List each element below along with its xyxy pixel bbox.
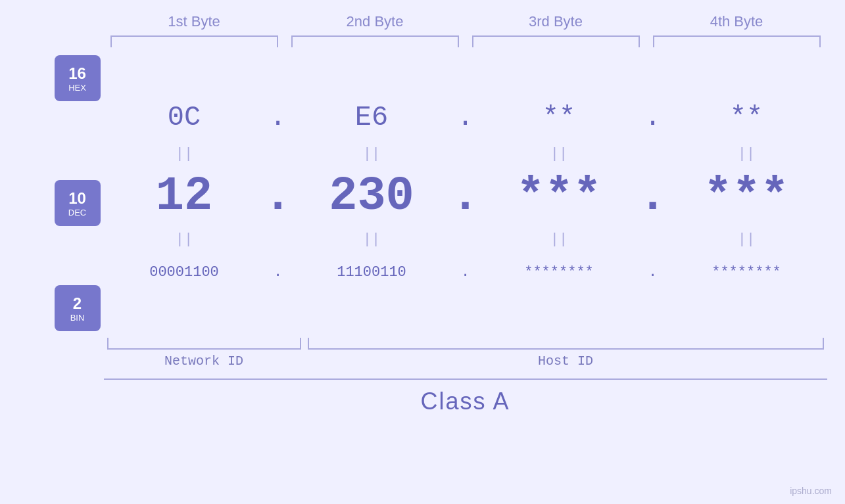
eq1-b4: || xyxy=(666,144,827,164)
bin-dot3: . xyxy=(640,249,666,295)
bin-b1: 00001100 xyxy=(104,249,265,295)
badge-hex-number: 16 xyxy=(68,64,86,83)
bin-dot2: . xyxy=(452,249,479,295)
dec-b3: *** xyxy=(479,164,640,229)
badge-bin: 2 BIN xyxy=(55,285,101,331)
rows-wrapper: 16 HEX 10 DEC 2 BIN 0C . E6 . ** xyxy=(18,49,827,338)
eq1-b2: || xyxy=(291,144,452,164)
badge-dec-label: DEC xyxy=(68,208,86,218)
header-byte3: 3rd Byte xyxy=(466,13,646,35)
bin-values-row: 00001100 . 11100110 . ******** . *******… xyxy=(104,249,827,295)
host-id-label: Host ID xyxy=(308,354,824,369)
hex-b3: ** xyxy=(479,91,640,144)
eq2-dot3 xyxy=(640,229,666,249)
class-row: Class A xyxy=(104,378,827,415)
dec-b2: 230 xyxy=(291,164,452,229)
eq2-dot2 xyxy=(452,229,479,249)
badges-column: 16 HEX 10 DEC 2 BIN xyxy=(18,49,104,338)
bracket-byte2 xyxy=(291,35,459,47)
equals-row-2: || || || || xyxy=(104,229,827,249)
hex-values-row: 0C . E6 . ** . ** xyxy=(104,91,827,144)
hex-b4: ** xyxy=(666,91,827,144)
eq2-dot1 xyxy=(265,229,291,249)
bin-b2: 11100110 xyxy=(291,249,452,295)
hex-dot1: . xyxy=(265,91,291,144)
badge-bin-number: 2 xyxy=(73,294,82,313)
header-byte1: 1st Byte xyxy=(104,13,285,35)
class-label: Class A xyxy=(420,388,510,415)
id-labels-row: Network ID Host ID xyxy=(104,354,827,369)
footer: ipshu.com xyxy=(790,486,832,496)
eq1-dot1 xyxy=(265,144,291,164)
dec-dot2: . xyxy=(452,164,479,229)
network-id-label: Network ID xyxy=(107,354,301,369)
hex-dot3: . xyxy=(640,91,666,144)
all-values: 0C . E6 . ** . ** || || || || 12 xyxy=(104,91,827,295)
eq1-b3: || xyxy=(479,144,640,164)
bottom-section: Network ID Host ID xyxy=(104,338,827,369)
eq2-b4: || xyxy=(666,229,827,249)
equals-dec-bin xyxy=(73,233,81,279)
main-container: 1st Byte 2nd Byte 3rd Byte 4th Byte 16 H… xyxy=(0,0,845,504)
dec-b1: 12 xyxy=(104,164,265,229)
eq1-dot2 xyxy=(452,144,479,164)
bin-b3: ******** xyxy=(479,249,640,295)
equals-hex-dec xyxy=(73,108,81,173)
dec-dot1: . xyxy=(265,164,291,229)
header-byte4: 4th Byte xyxy=(646,13,827,35)
eq2-b3: || xyxy=(479,229,640,249)
bracket-byte3 xyxy=(472,35,640,47)
bracket-host-id xyxy=(308,338,824,350)
dec-dot3: . xyxy=(640,164,666,229)
badge-bin-label: BIN xyxy=(70,313,85,323)
eq2-b1: || xyxy=(104,229,265,249)
hex-dot2: . xyxy=(452,91,479,144)
eq1-dot3 xyxy=(640,144,666,164)
badge-dec-number: 10 xyxy=(68,189,86,208)
eq1-b1: || xyxy=(104,144,265,164)
bracket-byte4 xyxy=(653,35,821,47)
bracket-network-id xyxy=(107,338,301,350)
bracket-byte1 xyxy=(110,35,278,47)
byte-headers: 1st Byte 2nd Byte 3rd Byte 4th Byte xyxy=(104,13,827,35)
header-byte2: 2nd Byte xyxy=(285,13,466,35)
dec-values-row: 12 . 230 . *** . *** xyxy=(104,164,827,229)
dec-b4: *** xyxy=(666,164,827,229)
bottom-brackets xyxy=(104,338,827,350)
eq2-b2: || xyxy=(291,229,452,249)
badge-hex: 16 HEX xyxy=(55,55,101,101)
badge-hex-label: HEX xyxy=(68,83,86,93)
hex-b1: 0C xyxy=(104,91,265,144)
equals-row-1: || || || || xyxy=(104,144,827,164)
hex-b2: E6 xyxy=(291,91,452,144)
bin-dot1: . xyxy=(265,249,291,295)
top-brackets xyxy=(104,35,827,49)
badge-dec: 10 DEC xyxy=(55,180,101,226)
bin-b4: ******** xyxy=(666,249,827,295)
